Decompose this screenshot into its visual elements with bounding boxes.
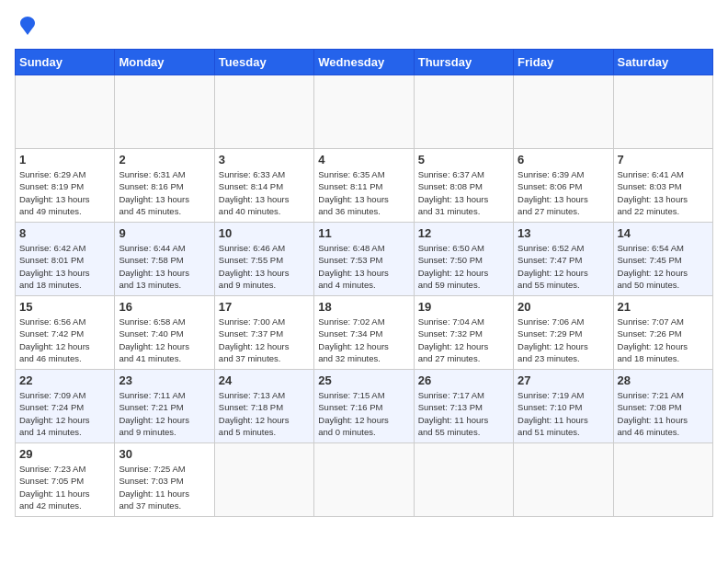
cell-content: Sunrise: 6:52 AM Sunset: 7:47 PM Dayligh… [518,242,609,291]
cell-content: Sunrise: 7:06 AM Sunset: 7:29 PM Dayligh… [518,316,609,364]
calendar-cell: 29Sunrise: 7:23 AM Sunset: 7:05 PM Dayli… [16,443,115,517]
calendar-cell: 25Sunrise: 7:15 AM Sunset: 7:16 PM Dayli… [314,370,414,443]
cell-content: Sunrise: 6:58 AM Sunset: 7:40 PM Dayligh… [119,316,210,364]
cell-content: Sunrise: 7:25 AM Sunset: 7:03 PM Dayligh… [119,463,210,511]
calendar-cell: 1Sunrise: 6:29 AM Sunset: 8:19 PM Daylig… [16,149,115,223]
day-number: 27 [518,373,609,387]
calendar-cell: 19Sunrise: 7:04 AM Sunset: 7:32 PM Dayli… [414,296,513,370]
calendar-cell: 2Sunrise: 6:31 AM Sunset: 8:16 PM Daylig… [115,149,214,223]
cell-content: Sunrise: 7:17 AM Sunset: 7:13 PM Dayligh… [418,389,509,438]
page-header [15,15,713,41]
calendar-cell: 21Sunrise: 7:07 AM Sunset: 7:26 PM Dayli… [613,296,712,370]
cell-content: Sunrise: 6:39 AM Sunset: 8:06 PM Dayligh… [518,168,609,217]
calendar-cell [414,75,513,149]
calendar-cell: 20Sunrise: 7:06 AM Sunset: 7:29 PM Dayli… [514,296,613,370]
cell-content: Sunrise: 7:02 AM Sunset: 7:34 PM Dayligh… [318,316,409,364]
calendar-cell: 13Sunrise: 6:52 AM Sunset: 7:47 PM Dayli… [514,223,613,296]
day-number: 8 [19,226,110,240]
calendar-week-0 [16,75,713,149]
day-number: 19 [418,300,509,314]
calendar-cell [214,443,313,517]
calendar-cell: 27Sunrise: 7:19 AM Sunset: 7:10 PM Dayli… [514,370,613,443]
day-number: 24 [219,373,310,387]
calendar-cell: 30Sunrise: 7:25 AM Sunset: 7:03 PM Dayli… [115,443,214,517]
calendar-cell: 3Sunrise: 6:33 AM Sunset: 8:14 PM Daylig… [214,149,313,223]
calendar-week-2: 8Sunrise: 6:42 AM Sunset: 8:01 PM Daylig… [16,223,713,296]
weekday-sunday: Sunday [16,50,115,75]
calendar-cell: 6Sunrise: 6:39 AM Sunset: 8:06 PM Daylig… [514,149,613,223]
logo-icon [17,15,39,37]
day-number: 20 [518,300,609,314]
calendar-cell [613,75,712,149]
calendar-cell: 5Sunrise: 6:37 AM Sunset: 8:08 PM Daylig… [414,149,513,223]
day-number: 18 [318,300,409,314]
calendar-cell [214,75,313,149]
calendar-week-4: 22Sunrise: 7:09 AM Sunset: 7:24 PM Dayli… [16,370,713,443]
logo [15,15,39,41]
cell-content: Sunrise: 7:23 AM Sunset: 7:05 PM Dayligh… [19,463,110,511]
day-number: 13 [518,226,609,240]
cell-content: Sunrise: 6:50 AM Sunset: 7:50 PM Dayligh… [418,242,509,291]
day-number: 12 [418,226,509,240]
cell-content: Sunrise: 7:04 AM Sunset: 7:32 PM Dayligh… [418,316,509,364]
calendar-cell: 16Sunrise: 6:58 AM Sunset: 7:40 PM Dayli… [115,296,214,370]
calendar-cell: 4Sunrise: 6:35 AM Sunset: 8:11 PM Daylig… [314,149,414,223]
weekday-wednesday: Wednesday [314,50,414,75]
calendar-cell [613,443,712,517]
cell-content: Sunrise: 7:11 AM Sunset: 7:21 PM Dayligh… [119,389,210,438]
day-number: 21 [618,300,709,314]
day-number: 29 [19,447,110,461]
day-number: 30 [119,447,210,461]
cell-content: Sunrise: 6:35 AM Sunset: 8:11 PM Dayligh… [318,168,409,217]
calendar-cell [16,75,115,149]
calendar-cell [314,75,414,149]
weekday-tuesday: Tuesday [214,50,313,75]
weekday-header-row: SundayMondayTuesdayWednesdayThursdayFrid… [16,50,713,75]
calendar-week-3: 15Sunrise: 6:56 AM Sunset: 7:42 PM Dayli… [16,296,713,370]
calendar-cell [314,443,414,517]
cell-content: Sunrise: 7:15 AM Sunset: 7:16 PM Dayligh… [318,389,409,438]
day-number: 7 [618,153,709,167]
day-number: 15 [19,300,110,314]
day-number: 4 [318,153,409,167]
calendar-week-5: 29Sunrise: 7:23 AM Sunset: 7:05 PM Dayli… [16,443,713,517]
cell-content: Sunrise: 6:54 AM Sunset: 7:45 PM Dayligh… [618,242,709,291]
cell-content: Sunrise: 6:56 AM Sunset: 7:42 PM Dayligh… [19,316,110,364]
calendar-cell: 22Sunrise: 7:09 AM Sunset: 7:24 PM Dayli… [16,370,115,443]
weekday-monday: Monday [115,50,214,75]
cell-content: Sunrise: 7:09 AM Sunset: 7:24 PM Dayligh… [19,389,110,438]
cell-content: Sunrise: 7:21 AM Sunset: 7:08 PM Dayligh… [618,389,709,438]
calendar-cell [514,75,613,149]
calendar-cell: 12Sunrise: 6:50 AM Sunset: 7:50 PM Dayli… [414,223,513,296]
calendar-cell: 14Sunrise: 6:54 AM Sunset: 7:45 PM Dayli… [613,223,712,296]
weekday-friday: Friday [514,50,613,75]
day-number: 25 [318,373,409,387]
day-number: 5 [418,153,509,167]
calendar-cell [115,75,214,149]
cell-content: Sunrise: 6:33 AM Sunset: 8:14 PM Dayligh… [219,168,310,217]
calendar-week-1: 1Sunrise: 6:29 AM Sunset: 8:19 PM Daylig… [16,149,713,223]
cell-content: Sunrise: 6:48 AM Sunset: 7:53 PM Dayligh… [318,242,409,291]
calendar-cell: 10Sunrise: 6:46 AM Sunset: 7:55 PM Dayli… [214,223,313,296]
day-number: 22 [19,373,110,387]
weekday-thursday: Thursday [414,50,513,75]
calendar-cell: 24Sunrise: 7:13 AM Sunset: 7:18 PM Dayli… [214,370,313,443]
day-number: 1 [19,153,110,167]
day-number: 9 [119,226,210,240]
day-number: 23 [119,373,210,387]
calendar-cell [414,443,513,517]
cell-content: Sunrise: 7:13 AM Sunset: 7:18 PM Dayligh… [219,389,310,438]
day-number: 16 [119,300,210,314]
calendar-cell: 11Sunrise: 6:48 AM Sunset: 7:53 PM Dayli… [314,223,414,296]
calendar-cell: 9Sunrise: 6:44 AM Sunset: 7:58 PM Daylig… [115,223,214,296]
cell-content: Sunrise: 7:00 AM Sunset: 7:37 PM Dayligh… [219,316,310,364]
cell-content: Sunrise: 6:31 AM Sunset: 8:16 PM Dayligh… [119,168,210,217]
calendar-cell [514,443,613,517]
day-number: 11 [318,226,409,240]
logo-text [15,15,39,41]
day-number: 14 [618,226,709,240]
cell-content: Sunrise: 6:44 AM Sunset: 7:58 PM Dayligh… [119,242,210,291]
calendar-cell: 15Sunrise: 6:56 AM Sunset: 7:42 PM Dayli… [16,296,115,370]
cell-content: Sunrise: 7:07 AM Sunset: 7:26 PM Dayligh… [618,316,709,364]
cell-content: Sunrise: 6:41 AM Sunset: 8:03 PM Dayligh… [618,168,709,217]
